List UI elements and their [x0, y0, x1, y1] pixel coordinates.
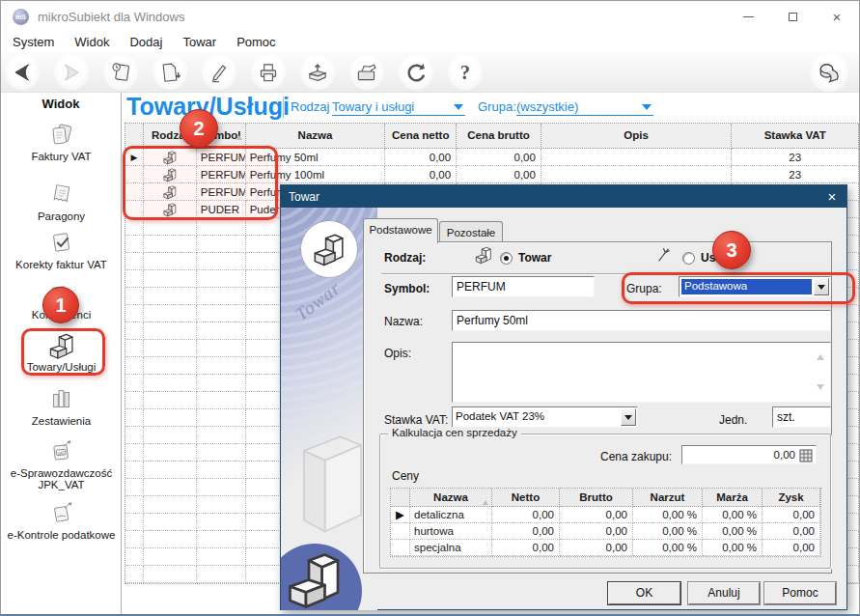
sidebar-item-korekty-faktur-vat[interactable]: Korekty faktur VAT	[1, 229, 122, 270]
prices-header-marża[interactable]: Marża	[703, 489, 763, 507]
cell[interactable]: 23	[732, 149, 859, 166]
cell[interactable]	[144, 253, 197, 270]
menu-dodaj[interactable]: Dodaj	[129, 35, 162, 49]
cell[interactable]	[144, 218, 197, 236]
cell[interactable]	[144, 288, 197, 305]
stawka-vat-combobox[interactable]: Podatek VAT 23%	[452, 406, 638, 428]
cell[interactable]: 0,00	[457, 149, 541, 166]
row-selector[interactable]	[391, 540, 410, 556]
help-icon[interactable]: ?	[448, 55, 483, 90]
rodzaj-filter-select[interactable]: Towary i usługi	[332, 99, 465, 116]
cell[interactable]	[197, 392, 246, 409]
row-selector[interactable]	[125, 548, 144, 566]
nazwa-field[interactable]	[452, 310, 831, 331]
row-selector[interactable]	[125, 270, 144, 288]
cell[interactable]: 0,00	[457, 166, 541, 183]
row-selector[interactable]	[125, 357, 144, 375]
column-header-cena-brutto[interactable]: Cena brutto	[457, 124, 541, 149]
cell[interactable]	[144, 270, 197, 288]
jedn-field[interactable]	[772, 406, 831, 428]
chevron-down-icon[interactable]	[454, 104, 463, 115]
cell[interactable]: hurtowa	[410, 523, 492, 540]
cell[interactable]	[197, 322, 246, 340]
row-selector[interactable]	[125, 479, 144, 496]
prices-row[interactable]: hurtowa0,000,000,00 %0,00 %0,00	[391, 523, 820, 540]
calculator-icon[interactable]	[799, 449, 813, 462]
cell[interactable]: detaliczna	[410, 507, 492, 523]
cell[interactable]: 0,00	[763, 523, 820, 540]
cell[interactable]	[197, 409, 246, 427]
cell[interactable]	[197, 496, 246, 514]
cell[interactable]	[144, 479, 197, 496]
cell[interactable]	[197, 444, 246, 462]
cell[interactable]	[197, 375, 246, 392]
print-queue-icon[interactable]	[349, 55, 384, 90]
prices-row[interactable]: ▶detaliczna0,000,000,00 %0,00 %0,00	[391, 507, 820, 523]
column-header-cena-netto[interactable]: Cena netto	[385, 124, 457, 149]
cell[interactable]: 0,00	[385, 166, 457, 183]
menu-pomoc[interactable]: Pomoc	[236, 35, 275, 49]
menu-towar[interactable]: Towar	[182, 35, 216, 49]
cell[interactable]: 0,00	[492, 523, 560, 540]
cell[interactable]: 0,00	[560, 523, 633, 540]
cell[interactable]	[197, 340, 246, 357]
cell[interactable]	[144, 409, 197, 427]
edit-icon[interactable]	[202, 55, 236, 90]
row-selector[interactable]	[125, 514, 144, 531]
row-selector[interactable]	[125, 218, 144, 236]
cell[interactable]	[197, 514, 246, 531]
cell[interactable]	[144, 514, 197, 531]
grupa-filter-select[interactable]: (wszystkie)	[516, 99, 653, 116]
refresh-icon[interactable]	[399, 55, 433, 90]
import-icon[interactable]	[300, 55, 335, 90]
cell[interactable]	[197, 566, 246, 583]
prices-header-narzut[interactable]: Narzut	[633, 489, 703, 507]
cell[interactable]: 0,00	[763, 540, 820, 556]
prices-header-netto[interactable]: Netto	[492, 489, 560, 507]
minimize-button[interactable]	[726, 1, 770, 32]
sidebar-item-zestawienia[interactable]: Zestawienia	[1, 385, 122, 427]
cell[interactable]: 0,00 %	[703, 507, 763, 523]
row-selector[interactable]	[125, 236, 144, 253]
sidebar-item-paragony[interactable]: Paragony	[1, 181, 122, 222]
cell[interactable]: 0,00 %	[633, 507, 703, 523]
cell[interactable]: 0,00 %	[633, 540, 703, 556]
cell[interactable]	[144, 357, 197, 375]
close-button[interactable]: ×	[815, 1, 859, 32]
prices-header-zysk[interactable]: Zysk	[763, 489, 820, 507]
cena-zakupu-field[interactable]: 0,00	[681, 445, 817, 464]
dialog-close-icon[interactable]: ×	[818, 185, 846, 208]
back-icon[interactable]	[5, 55, 40, 90]
cell[interactable]	[541, 149, 732, 166]
cell[interactable]	[197, 253, 246, 270]
cell[interactable]: specjalna	[410, 540, 492, 556]
tab-pozostale[interactable]: Pozostałe	[439, 221, 503, 241]
cell[interactable]	[144, 236, 197, 253]
column-header-opis[interactable]: Opis	[541, 124, 732, 149]
cell[interactable]	[144, 496, 197, 514]
cell[interactable]	[197, 288, 246, 305]
tasks-icon[interactable]	[103, 55, 138, 90]
cell[interactable]: 0,00	[492, 540, 560, 556]
chevron-down-icon[interactable]	[621, 408, 636, 426]
cell[interactable]	[197, 305, 246, 322]
tab-podstawowe[interactable]: Podstawowe	[363, 218, 438, 243]
cell[interactable]	[197, 479, 246, 496]
help-button[interactable]: Pomoc	[764, 582, 836, 604]
prices-header-nazwa[interactable]: Nazwa	[410, 489, 492, 507]
cell[interactable]: 0,00 %	[703, 540, 763, 556]
row-selector[interactable]	[125, 253, 144, 270]
radio-towar-label[interactable]: Towar	[518, 251, 551, 265]
cell[interactable]: 0,00	[763, 507, 820, 523]
cell[interactable]	[197, 531, 246, 548]
cell[interactable]	[197, 270, 246, 288]
cell[interactable]	[144, 340, 197, 357]
cell[interactable]	[541, 166, 732, 183]
row-selector[interactable]	[125, 531, 144, 548]
cell[interactable]	[197, 427, 246, 444]
radio-towar[interactable]	[500, 252, 513, 265]
sidebar-item-e-kontrole-podatkowe[interactable]: e-Kontrole podatkowe	[1, 499, 122, 541]
cell[interactable]	[144, 566, 197, 583]
row-selector[interactable]	[125, 566, 144, 583]
cancel-button[interactable]: Anuluj	[688, 582, 760, 604]
